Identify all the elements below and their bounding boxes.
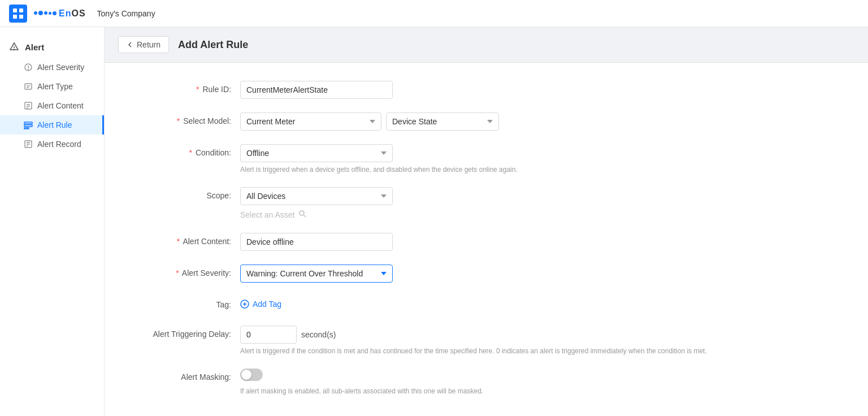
model-select[interactable]: Current Meter (240, 112, 381, 131)
svg-rect-3 (19, 15, 23, 19)
search-icon[interactable] (298, 210, 306, 219)
sidebar-alert-label: Alert (25, 42, 44, 52)
condition-help: Alert is triggered when a device gets of… (240, 166, 845, 174)
scope-row: Scope: All Devices Devices Device offlin… (127, 187, 845, 219)
svg-line-23 (303, 215, 306, 218)
alert-severity-select[interactable]: Warning: Current Over Threshold (240, 265, 393, 283)
select-asset-row: Select an Asset (240, 210, 845, 219)
form-area: * Rule ID: * Select Model: Current Meter (105, 63, 868, 416)
model-type-select[interactable]: Device State (386, 112, 499, 131)
logo-text: EnOS (59, 8, 86, 19)
delay-row: Alert Triggering Delay: second(s) Alert … (127, 326, 845, 355)
delay-input[interactable] (240, 326, 297, 344)
delay-unit: second(s) (301, 330, 336, 339)
svg-point-22 (300, 211, 304, 215)
scope-label: Scope: (127, 187, 240, 200)
select-model-row: * Select Model: Current Meter Device Sta… (127, 112, 845, 131)
svg-rect-16 (24, 125, 32, 127)
tag-label: Tag: (127, 296, 240, 309)
tag-row: Tag: Add Tag (127, 296, 845, 312)
masking-row: Alert Masking: If alert masking is enabl… (127, 369, 845, 395)
delay-label: Alert Triggering Delay: (127, 326, 240, 339)
layout: Alert Alert Severity Alert Type Alert Co… (0, 27, 868, 416)
svg-rect-17 (24, 128, 29, 129)
logo: EnOS (34, 8, 86, 19)
logo-dots (34, 11, 57, 15)
top-nav: EnOS Tony's Company (0, 0, 868, 27)
rule-id-label: * Rule ID: (127, 81, 240, 94)
tag-field: Add Tag (240, 296, 845, 312)
svg-rect-0 (13, 8, 17, 12)
rule-id-field (240, 81, 845, 99)
scope-select[interactable]: All Devices Devices Device offline (240, 187, 393, 205)
return-button[interactable]: Return (118, 36, 169, 53)
rule-id-input[interactable] (240, 81, 393, 99)
grid-icon[interactable] (9, 5, 27, 23)
select-model-label: * Select Model: (127, 112, 240, 125)
condition-label: * Condition: (127, 144, 240, 157)
company-name: Tony's Company (97, 9, 155, 18)
svg-rect-15 (24, 122, 32, 124)
sidebar: Alert Alert Severity Alert Type Alert Co… (0, 27, 105, 416)
svg-rect-1 (19, 8, 23, 12)
alert-severity-field: Warning: Current Over Threshold (240, 265, 845, 283)
sidebar-item-alert-rule[interactable]: Alert Rule (0, 115, 104, 135)
page-title: Add Alert Rule (178, 39, 248, 51)
sidebar-item-alert-type[interactable]: Alert Type (0, 77, 104, 96)
add-tag-button[interactable]: Add Tag (240, 296, 281, 312)
svg-point-7 (28, 69, 29, 70)
condition-row: * Condition: Offline Alert is triggered … (127, 144, 845, 174)
svg-rect-2 (13, 15, 17, 19)
sidebar-section-alert[interactable]: Alert (0, 36, 104, 58)
delay-help: Alert is triggered if the condition is m… (240, 347, 845, 355)
masking-help: If alert masking is enabled, all sub-ale… (240, 387, 845, 395)
page-header: Return Add Alert Rule (105, 27, 868, 63)
masking-toggle[interactable] (240, 369, 263, 381)
main-content: Return Add Alert Rule * Rule ID: * Sel (105, 27, 868, 416)
alert-severity-row: * Alert Severity: Warning: Current Over … (127, 265, 845, 283)
rule-id-row: * Rule ID: (127, 81, 845, 99)
alert-content-row: * Alert Content: (127, 233, 845, 251)
svg-point-5 (14, 49, 15, 50)
select-asset-text: Select an Asset (240, 210, 295, 219)
sidebar-item-alert-content[interactable]: Alert Content (0, 96, 104, 115)
masking-field: If alert masking is enabled, all sub-ale… (240, 369, 845, 395)
alert-content-label: * Alert Content: (127, 233, 240, 246)
sidebar-item-alert-severity[interactable]: Alert Severity (0, 58, 104, 77)
condition-field: Offline Alert is triggered when a device… (240, 144, 845, 174)
model-field: Current Meter Device State (240, 112, 845, 131)
scope-field: All Devices Devices Device offline Selec… (240, 187, 845, 219)
alert-severity-label: * Alert Severity: (127, 265, 240, 278)
sidebar-item-alert-record[interactable]: Alert Record (0, 135, 104, 154)
delay-field: second(s) Alert is triggered if the cond… (240, 326, 845, 355)
svg-rect-8 (25, 84, 32, 89)
alert-content-field (240, 233, 845, 251)
alert-content-input[interactable] (240, 233, 393, 251)
condition-select[interactable]: Offline (240, 144, 393, 162)
masking-label: Alert Masking: (127, 369, 240, 382)
delay-input-row: second(s) (240, 326, 845, 344)
